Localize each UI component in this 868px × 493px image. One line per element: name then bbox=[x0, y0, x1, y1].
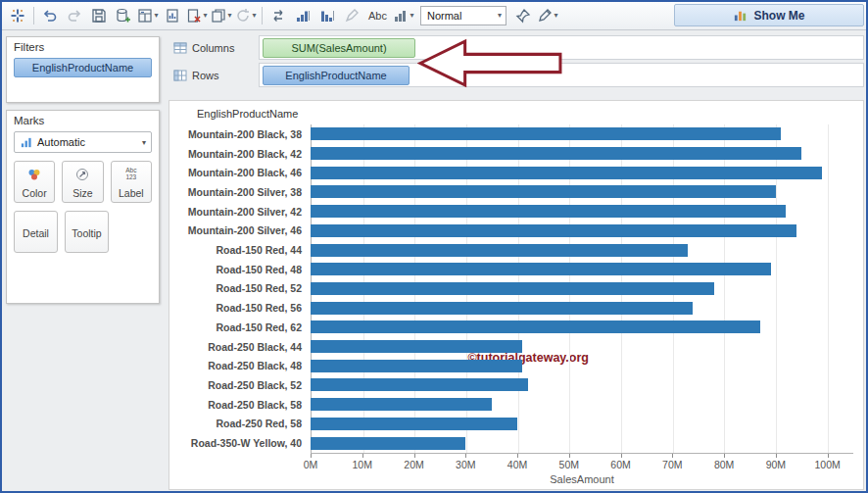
bar[interactable] bbox=[311, 205, 786, 218]
analytics-icon[interactable]: ▾ bbox=[392, 5, 415, 27]
bar[interactable] bbox=[311, 185, 776, 198]
new-dashboard-icon[interactable]: ▾ bbox=[136, 5, 160, 27]
row-label[interactable]: Mountain-200 Black, 46 bbox=[169, 167, 311, 178]
swap-axes-icon[interactable] bbox=[266, 5, 290, 27]
size-button-label: Size bbox=[72, 187, 92, 199]
row-label[interactable]: Road-150 Red, 56 bbox=[169, 302, 311, 314]
row-label[interactable]: Mountain-200 Black, 42 bbox=[169, 148, 311, 160]
label-button[interactable]: Abc 123 Label bbox=[111, 161, 152, 203]
size-button[interactable]: Size bbox=[62, 161, 103, 203]
bar[interactable] bbox=[311, 167, 822, 179]
row-label[interactable]: Road-250 Black, 44 bbox=[169, 341, 311, 353]
row-label[interactable]: Mountain-200 Silver, 38 bbox=[169, 186, 311, 198]
bar[interactable] bbox=[311, 127, 781, 140]
bar-track bbox=[311, 318, 853, 337]
filters-card: Filters EnglishProductName bbox=[6, 36, 160, 103]
refresh-icon[interactable]: ▾ bbox=[234, 5, 258, 27]
row-label[interactable]: Road-150 Red, 52 bbox=[169, 282, 311, 294]
row-label[interactable]: Road-150 Red, 48 bbox=[169, 264, 311, 275]
bar-track bbox=[311, 182, 853, 202]
bar[interactable] bbox=[311, 302, 693, 315]
abc-label[interactable]: Abc bbox=[364, 10, 391, 22]
bar[interactable] bbox=[311, 320, 760, 333]
undo-icon[interactable] bbox=[38, 5, 62, 27]
chart-inner: ©tutorialgateway.org Mountain-200 Black,… bbox=[169, 124, 863, 489]
chevron-down-icon: ▾ bbox=[554, 12, 557, 20]
row-label[interactable]: Mountain-200 Silver, 42 bbox=[169, 206, 311, 218]
bar[interactable] bbox=[311, 378, 528, 391]
bar-track bbox=[311, 124, 853, 144]
x-tick-mark bbox=[672, 454, 673, 458]
detail-button-label: Detail bbox=[23, 227, 49, 239]
bar[interactable] bbox=[311, 282, 714, 295]
marks-title: Marks bbox=[14, 115, 152, 126]
chart-row: Mountain-200 Silver, 46 bbox=[169, 222, 853, 241]
bar[interactable] bbox=[311, 224, 796, 237]
chevron-down-icon: ▾ bbox=[227, 12, 231, 20]
bar[interactable] bbox=[311, 418, 517, 430]
x-tick-mark bbox=[569, 454, 570, 458]
chart-row-field-label[interactable]: EnglishProductName bbox=[169, 101, 863, 124]
bar-track bbox=[311, 433, 853, 453]
row-label[interactable]: Road-250 Black, 52 bbox=[169, 379, 311, 391]
bar[interactable] bbox=[311, 263, 771, 275]
x-tick-label: 100M bbox=[814, 459, 840, 470]
save-icon[interactable] bbox=[87, 5, 111, 27]
bar-track bbox=[311, 163, 853, 182]
show-me-label: Show Me bbox=[753, 9, 804, 23]
rows-pill-englishproductname[interactable]: EnglishProductName bbox=[263, 66, 410, 85]
color-button[interactable]: Color bbox=[14, 161, 55, 203]
bar[interactable] bbox=[311, 437, 465, 450]
x-tick-label: 20M bbox=[404, 459, 423, 470]
add-data-icon[interactable] bbox=[112, 5, 135, 27]
row-label[interactable]: Road-350-W Yellow, 40 bbox=[169, 437, 311, 449]
row-label[interactable]: Road-150 Red, 44 bbox=[169, 244, 311, 256]
x-axis-title: SalesAmount bbox=[311, 471, 853, 489]
row-label[interactable]: Mountain-200 Silver, 46 bbox=[169, 224, 311, 236]
row-label[interactable]: Road-250 Black, 58 bbox=[169, 399, 311, 411]
bar[interactable] bbox=[311, 398, 492, 411]
tooltip-button[interactable]: Tooltip bbox=[65, 211, 109, 253]
row-label[interactable]: Road-150 Red, 62 bbox=[169, 321, 311, 333]
columns-shelf-label: Columns bbox=[192, 42, 234, 54]
new-worksheet-icon[interactable] bbox=[161, 5, 184, 27]
clear-sheet-icon[interactable]: ▾ bbox=[185, 5, 209, 27]
row-label[interactable]: Road-250 Black, 48 bbox=[169, 360, 311, 371]
bar-track bbox=[311, 260, 853, 279]
tableau-logo-icon[interactable] bbox=[6, 5, 29, 27]
chart-row: Mountain-200 Black, 38 bbox=[169, 124, 853, 144]
bar[interactable] bbox=[311, 340, 522, 353]
sort-descending-icon[interactable] bbox=[315, 5, 339, 27]
sort-ascending-icon[interactable] bbox=[291, 5, 314, 27]
highlight-icon[interactable] bbox=[340, 5, 363, 27]
bar-track bbox=[311, 202, 853, 222]
chart-row: Road-150 Red, 52 bbox=[169, 279, 853, 299]
x-tick-mark bbox=[724, 454, 725, 458]
redo-icon[interactable] bbox=[63, 5, 86, 27]
chevron-down-icon: ▾ bbox=[142, 138, 146, 147]
detail-button[interactable]: Detail bbox=[14, 211, 58, 253]
bar-track bbox=[311, 240, 853, 260]
row-label[interactable]: Road-250 Red, 58 bbox=[169, 418, 311, 429]
fit-mode-dropdown[interactable]: Normal ▾ bbox=[420, 6, 506, 25]
marks-buttons-row-2: Detail Tooltip bbox=[14, 211, 152, 253]
x-tick-label: 0M bbox=[304, 459, 318, 470]
pin-icon[interactable] bbox=[511, 5, 535, 27]
rows-shelf-label: Rows bbox=[192, 70, 219, 81]
duplicate-icon[interactable]: ▾ bbox=[210, 5, 233, 27]
columns-pill-sum-salesamount[interactable]: SUM(SalesAmount) bbox=[263, 38, 415, 58]
show-me-button[interactable]: Show Me bbox=[674, 4, 864, 26]
annotate-pen-icon[interactable]: ▾ bbox=[536, 5, 559, 27]
toolbar-separator bbox=[262, 7, 263, 25]
bar[interactable] bbox=[311, 360, 522, 372]
annotation-arrow-icon bbox=[417, 37, 564, 89]
mark-type-dropdown[interactable]: Automatic ▾ bbox=[14, 131, 152, 153]
label-button-label: Label bbox=[119, 187, 144, 199]
bar[interactable] bbox=[311, 244, 688, 257]
row-label[interactable]: Mountain-200 Black, 38 bbox=[169, 128, 311, 140]
bar-track bbox=[311, 222, 853, 241]
chart-row: Road-250 Black, 44 bbox=[169, 337, 853, 357]
filter-pill-englishproductname[interactable]: EnglishProductName bbox=[14, 58, 152, 77]
x-tick-label: 40M bbox=[507, 459, 527, 470]
bar[interactable] bbox=[311, 147, 801, 160]
